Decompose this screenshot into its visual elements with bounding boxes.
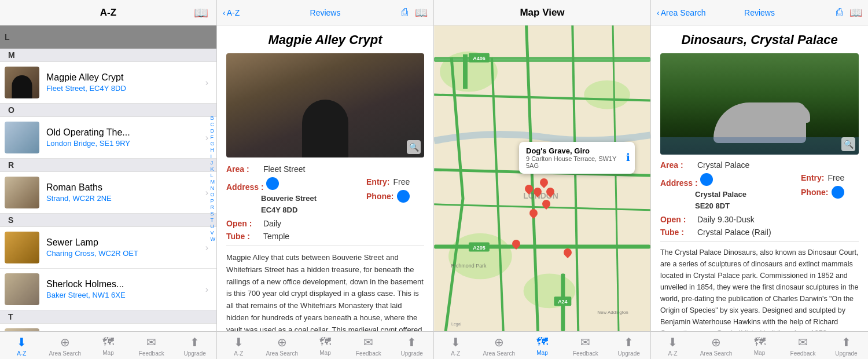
list-item-sewer[interactable]: Sewer Lamp Charing Cross, WC2R OET › [0, 227, 216, 269]
list-item-old-op[interactable]: Old Operating The... London Bridge, SE1 … [0, 117, 216, 159]
cp-bookmark-icon[interactable]: 📖 [849, 6, 862, 19]
detail-tab-upgrade[interactable]: ⬆ Upgrade [390, 335, 433, 357]
alpha-b[interactable]: B [211, 115, 216, 121]
sewer-name: Sewer Lamp [46, 237, 202, 248]
photo-zoom-icon[interactable]: 🔍 [407, 140, 421, 154]
dtab-az-icon: ⬇ [234, 335, 244, 349]
alpha-h[interactable]: H [211, 147, 216, 153]
callout-info-icon[interactable]: ℹ [626, 151, 630, 164]
detail-reviews-link[interactable]: Reviews [310, 8, 341, 17]
detail-tab-area[interactable]: ⊕ Area Search [260, 335, 304, 357]
alpha-t[interactable]: T [211, 217, 216, 223]
cp-share-icon[interactable]: ⎙ [836, 6, 843, 19]
tab-upgrade[interactable]: ⬆ Upgrade [173, 335, 216, 357]
cp-tab-az[interactable]: ⬇ A-Z [651, 335, 694, 357]
cp-tab-upgrade[interactable]: ⬆ Upgrade [825, 335, 868, 357]
tab-upgrade-icon: ⬆ [190, 335, 200, 349]
map-tab-feedback[interactable]: ✉ Feedback [564, 335, 607, 357]
alpha-i[interactable]: I [211, 153, 216, 159]
open-row: Open : Daily [226, 219, 424, 228]
cp-zoom-icon[interactable]: 🔍 [841, 137, 855, 151]
tab-az-label: A-Z [17, 350, 26, 357]
alphabet-sidebar[interactable]: B C D F G H I J K L M N O P R S T U V W [211, 115, 216, 242]
list-item-magpie[interactable]: Magpie Alley Crypt Fleet Street, EC4Y 8D… [0, 62, 216, 104]
alpha-k[interactable]: K [211, 166, 216, 172]
cp-tab-map[interactable]: 🗺 Map [738, 335, 781, 357]
alpha-v[interactable]: V [211, 230, 216, 236]
tab-az[interactable]: ⬇ A-Z [0, 335, 43, 357]
tab-map-icon: 🗺 [102, 335, 114, 349]
cp-address-map-icon[interactable] [700, 173, 713, 186]
tab-map[interactable]: 🗺 Map [87, 335, 130, 357]
map-callout[interactable]: Dog's Grave, Giro 9 Carlton House Terrac… [519, 142, 635, 174]
tab-area-search[interactable]: ⊕ Area Search [43, 335, 87, 357]
old-op-chevron: › [205, 133, 208, 143]
detail-tab-map[interactable]: 🗺 Map [304, 335, 347, 357]
az-bookmark-icon[interactable]: 📖 [194, 6, 208, 20]
cp-tab-area[interactable]: ⊕ Area Search [694, 335, 738, 357]
svg-text:Richmond Park: Richmond Park [451, 263, 487, 269]
detail-back[interactable]: ‹ A-Z [223, 8, 240, 17]
map-tab-map[interactable]: 🗺 Map [521, 335, 564, 357]
alpha-n[interactable]: N [211, 185, 216, 191]
list-item-temple[interactable]: Temple, The Strand, EC4Y 7HL › [0, 324, 216, 331]
tab-feedback[interactable]: ✉ Feedback [130, 335, 173, 357]
cp-open-value: Daily 9.30-Dusk [697, 215, 755, 224]
alpha-l[interactable]: L [211, 173, 216, 178]
cp-scroll[interactable]: Dinosaurs, Crystal Palace 🔍 Area : Cryst… [651, 25, 868, 331]
cp-tab-feedback[interactable]: ✉ Feedback [781, 335, 825, 357]
map-tab-upgrade[interactable]: ⬆ Upgrade [607, 335, 650, 357]
alpha-s[interactable]: S [211, 211, 216, 217]
callout-title: Dog's Grave, Giro [526, 146, 628, 155]
cp-back-label[interactable]: Area Search [661, 8, 706, 17]
roman-name: Roman Baths [46, 182, 202, 193]
mtab-feedback-label: Feedback [573, 350, 598, 357]
alpha-d[interactable]: D [211, 128, 216, 134]
dtab-az-label: A-Z [234, 350, 243, 357]
detail-tab-az[interactable]: ⬇ A-Z [217, 335, 260, 357]
alpha-c[interactable]: C [211, 122, 216, 127]
thumb-old-op [5, 122, 39, 153]
cp-reviews-link[interactable]: Reviews [744, 8, 775, 17]
list-item-sherlock[interactable]: Sherlock Holmes... Baker Street, NW1 6XE… [0, 269, 216, 310]
phone-row: Phone: [366, 190, 424, 203]
detail-bookmark-icon[interactable]: 📖 [415, 6, 428, 19]
cp-back[interactable]: ‹ Area Search [657, 8, 706, 17]
cp-phone-icon[interactable] [832, 186, 844, 199]
map-container[interactable]: A406 A205 A24 LONDON Richmond Park [434, 25, 650, 331]
phone-icon[interactable] [397, 190, 410, 203]
tab-feedback-label: Feedback [139, 350, 164, 357]
alpha-j[interactable]: J [211, 160, 216, 166]
map-tab-area[interactable]: ⊕ Area Search [477, 335, 521, 357]
alpha-r[interactable]: R [211, 204, 216, 210]
alpha-m[interactable]: M [211, 179, 216, 185]
alpha-u[interactable]: U [211, 224, 216, 229]
detail-tab-feedback[interactable]: ✉ Feedback [347, 335, 390, 357]
detail-scroll[interactable]: Magpie Alley Crypt 🔍 Area : Fleet Street… [217, 25, 433, 331]
back-chevron: ‹ [223, 8, 226, 17]
sherlock-name: Sherlock Holmes... [46, 279, 202, 290]
area-value: Fleet Street [263, 164, 305, 174]
alpha-p[interactable]: P [211, 198, 216, 204]
cp-area-row: Area : Crystal Palace [660, 160, 859, 170]
alpha-w[interactable]: W [211, 236, 216, 242]
az-list-scroll[interactable]: L M Magpie Alley Crypt Fleet Street, EC4… [0, 25, 216, 331]
dtab-feedback-icon: ✉ [363, 335, 373, 349]
map-tab-az[interactable]: ⬇ A-Z [434, 335, 477, 357]
address-map-icon[interactable] [266, 177, 279, 190]
address-line2: EC4Y 8DD [261, 206, 297, 214]
list-item-roman[interactable]: Roman Baths Strand, WC2R 2NE › [0, 172, 216, 214]
alpha-f[interactable]: F [211, 134, 216, 140]
detail-share-icon[interactable]: ⎙ [402, 6, 408, 19]
cp-address-value: Crystal Palace SE20 8DT [660, 189, 801, 211]
cp-dino-head [775, 105, 810, 123]
back-label[interactable]: A-Z [227, 8, 240, 17]
thumb-temple [5, 328, 39, 331]
ctab-map-icon: 🗺 [754, 335, 766, 349]
tab-az-icon: ⬇ [17, 335, 27, 349]
open-value: Daily [263, 219, 281, 228]
alpha-g[interactable]: G [211, 141, 216, 146]
cp-divider [660, 241, 859, 242]
alpha-o[interactable]: O [211, 192, 216, 197]
cp-entry-value: Free [827, 173, 844, 182]
